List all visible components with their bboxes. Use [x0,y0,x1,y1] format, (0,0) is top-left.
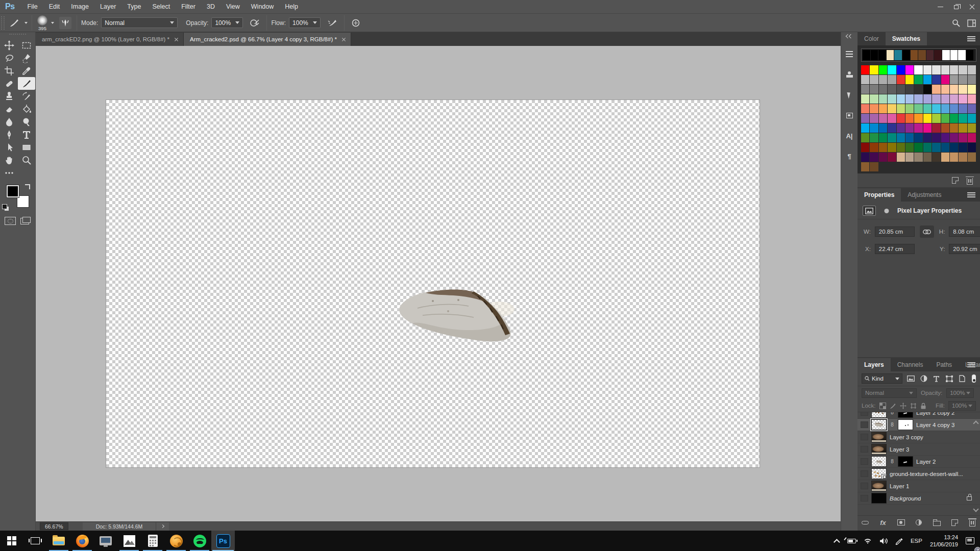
swatch[interactable] [968,65,976,74]
swatch[interactable] [897,94,905,104]
swatch[interactable] [941,123,949,133]
blur-tool[interactable] [1,115,18,128]
swatch[interactable] [941,75,949,84]
layer-filter-select[interactable]: Kind [862,373,902,384]
swatch[interactable] [932,143,940,152]
lock-all-icon[interactable] [920,403,927,409]
eyedropper-tool[interactable] [18,64,35,77]
zoom-tool[interactable] [18,154,35,166]
swatch[interactable] [950,143,958,152]
swatch[interactable] [905,133,914,142]
tray-expand-icon[interactable] [832,531,844,551]
layer-name[interactable]: Layer 1 [890,483,909,489]
visibility-toggle[interactable] [861,495,868,502]
lock-position-icon[interactable] [900,403,906,409]
menu-item[interactable]: View [220,3,246,10]
swatch[interactable] [861,65,869,74]
swatch[interactable] [914,143,922,152]
swatch[interactable] [950,65,958,74]
layer-row[interactable]: Layer 1 [857,480,980,492]
default-colors-icon[interactable] [2,204,9,211]
swatch[interactable] [897,114,905,123]
screen-mode-icon[interactable] [19,217,31,225]
action-center-icon[interactable]: 7 [962,531,978,551]
close-tab-icon[interactable] [341,37,346,42]
close-tab-icon[interactable] [174,37,179,42]
swatch[interactable] [941,153,949,162]
swatch[interactable] [879,104,887,113]
orange-circle-app-button[interactable] [164,531,188,551]
swatch[interactable] [879,133,887,142]
swatch[interactable] [941,104,949,113]
swatch[interactable] [879,94,887,104]
swatch[interactable] [914,133,922,142]
search-icon[interactable] [952,19,960,27]
swatch[interactable] [888,133,896,142]
menu-item[interactable]: Layer [94,3,121,10]
recent-swatch[interactable] [918,50,926,60]
swatch[interactable] [959,75,967,84]
swatch[interactable] [879,143,887,152]
swatch[interactable] [932,104,940,113]
swatch[interactable] [968,133,976,142]
swatch[interactable] [932,114,940,123]
swatch[interactable] [968,104,976,113]
delete-layer-icon[interactable] [968,518,977,527]
recent-swatch[interactable] [911,50,918,60]
swatch[interactable] [959,153,967,162]
quick-selection-tool[interactable] [18,52,35,64]
swatch[interactable] [941,85,949,94]
flow-select[interactable]: 100% [289,17,321,28]
swatch[interactable] [870,94,878,104]
layer-name[interactable]: ground-texture-desert-wall... [890,471,963,477]
swatch[interactable] [968,75,976,84]
swatch[interactable] [968,114,976,123]
swatch[interactable] [870,65,878,74]
recent-swatch[interactable] [958,50,966,60]
lock-artboard-icon[interactable] [910,403,917,409]
layer-thumbnail[interactable] [871,412,887,418]
brush-tool[interactable] [18,77,35,90]
swatch[interactable] [923,104,932,113]
swatch[interactable] [905,153,914,162]
swatch[interactable] [861,143,869,152]
brush-settings-panel-icon[interactable] [844,48,855,60]
swap-colors-icon[interactable] [25,184,30,189]
layer-name[interactable]: Layer 4 copy 3 [916,422,954,428]
tool-preset-dropdown-arrow[interactable] [24,22,28,24]
panel-tab[interactable]: Paths [929,358,959,371]
blend-mode-select[interactable]: Normal [862,388,917,398]
visibility-toggle[interactable] [861,434,868,440]
swatch[interactable] [897,153,905,162]
new-swatch-icon[interactable] [952,177,959,184]
photos-button[interactable] [117,531,141,551]
histogram-panel-icon[interactable] [844,110,855,121]
visibility-toggle[interactable] [861,421,868,428]
swatch[interactable] [914,75,922,84]
swatch[interactable] [932,65,940,74]
swatch[interactable] [861,123,869,133]
layer-name[interactable]: Layer 2 copy 2 [916,412,954,416]
swatch[interactable] [879,123,887,133]
foreground-color-swatch[interactable] [7,185,19,197]
swatch[interactable] [870,123,878,133]
swatch[interactable] [968,85,976,94]
recent-swatch[interactable] [902,50,910,60]
swatch[interactable] [905,75,914,84]
pasteboard[interactable] [36,46,841,521]
swatch[interactable] [905,114,914,123]
panel-menu-icon[interactable] [967,362,975,367]
swatch[interactable] [879,114,887,123]
opacity-select[interactable]: 100% [211,17,243,28]
delete-swatch-icon[interactable] [967,178,973,185]
link-dimensions-icon[interactable] [920,226,934,238]
swatch[interactable] [914,85,922,94]
paint-bucket-tool[interactable] [18,103,35,115]
swatch[interactable] [968,153,976,162]
layer-thumbnail[interactable] [871,468,887,479]
layer-style-icon[interactable]: fx [878,518,888,527]
layer-row[interactable]: ground-texture-desert-wall... [857,468,980,480]
swatch[interactable] [870,75,878,84]
airbrush-icon[interactable] [326,16,339,30]
restore-icon[interactable] [948,0,964,14]
